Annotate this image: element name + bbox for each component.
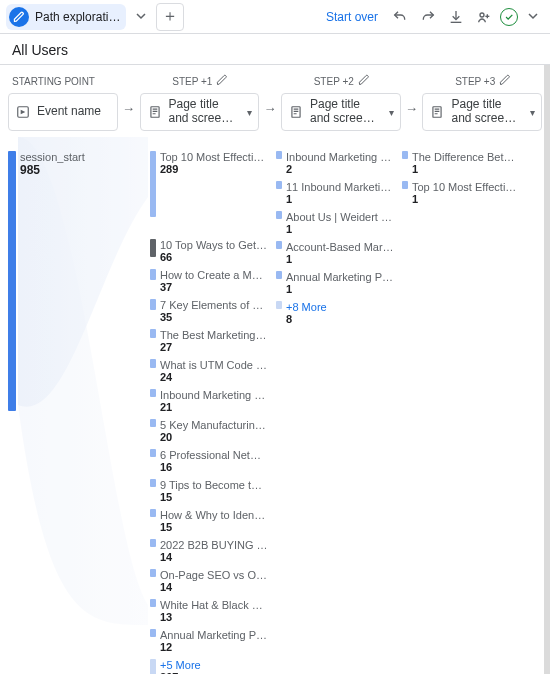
node-value: 367	[160, 671, 201, 674]
chevron-right-icon: →	[122, 101, 135, 116]
scrollbar[interactable]	[544, 65, 550, 674]
pencil-icon[interactable]	[358, 74, 372, 88]
step-1-label-row: STEP +1	[140, 73, 260, 89]
path-node[interactable]: Account-Based Market…1	[276, 241, 396, 265]
path-node[interactable]: Annual Marketing Plan …12	[150, 629, 270, 653]
segment-bar: All Users	[0, 34, 550, 65]
path-node[interactable]: About Us | Weidert Gro…1	[276, 211, 396, 235]
step-1-selector[interactable]: Page title and scree… ▾	[140, 93, 260, 131]
node-value: 66	[160, 251, 268, 263]
path-node[interactable]: 6 Professional Networ…16	[150, 449, 270, 473]
node-bar	[150, 419, 156, 427]
node-bar	[150, 659, 156, 674]
node-bar	[150, 151, 156, 217]
tab-path-exploration[interactable]: Path explorati…	[6, 4, 126, 30]
node-title: 6 Professional Networ…	[160, 449, 268, 461]
path-node[interactable]: 11 Inbound Marketing …1	[276, 181, 396, 205]
node-title: Inbound Marketing for …	[286, 151, 394, 163]
node-title: Top 10 Most Effective …	[412, 181, 520, 193]
node-bar	[276, 211, 282, 219]
start-node[interactable]: session_start 985	[8, 151, 138, 411]
step-3-selector[interactable]: Page title and scree… ▾	[422, 93, 542, 131]
chevron-right-icon: →	[405, 101, 418, 116]
more-node[interactable]: +5 More367	[150, 659, 270, 674]
step-3-label-row: STEP +3	[422, 73, 542, 89]
page-icon	[429, 104, 445, 120]
node-bar	[402, 181, 408, 189]
arrow-col: →	[118, 73, 140, 143]
path-node[interactable]: 7 Key Elements of a Q…35	[150, 299, 270, 323]
start-selector[interactable]: Event name	[8, 93, 118, 131]
node-bar	[150, 389, 156, 397]
event-icon	[15, 104, 31, 120]
undo-icon[interactable]	[388, 5, 412, 29]
node-bar	[276, 181, 282, 189]
node-value: 15	[160, 491, 268, 503]
path-node[interactable]: 10 Top Ways to Get M…66	[150, 239, 270, 263]
tab-dropdown[interactable]	[130, 6, 152, 28]
add-tab-button[interactable]: ＋	[156, 3, 184, 31]
node-bar	[150, 569, 156, 577]
more-node[interactable]: +8 More8	[276, 301, 396, 325]
edit-icon	[9, 7, 29, 27]
step-body: session_start 985 Top 10 Most Effective …	[8, 151, 542, 671]
node-title: 5 Key Manufacturing C…	[160, 419, 268, 431]
page-icon	[288, 104, 304, 120]
path-canvas: STARTING POINT Event name → STEP +1	[0, 65, 550, 674]
path-node[interactable]: What is UTM Code an…24	[150, 359, 270, 383]
path-node[interactable]: 9 Tips to Become the …15	[150, 479, 270, 503]
node-bar	[150, 509, 156, 517]
more-label: +8 More	[286, 301, 327, 313]
status-ok-icon	[500, 8, 518, 26]
node-title: Annual Marketing Plan …	[286, 271, 394, 283]
path-node[interactable]: 5 Key Manufacturing C…20	[150, 419, 270, 443]
path-node[interactable]: On-Page SEO vs Off-P…14	[150, 569, 270, 593]
path-node[interactable]: Annual Marketing Plan …1	[276, 271, 396, 295]
path-node[interactable]: How & Why to Identify …15	[150, 509, 270, 533]
step-1-label: STEP +1	[172, 76, 212, 87]
node-value: 1	[286, 283, 394, 295]
path-node[interactable]: Inbound Marketing for …2	[276, 151, 396, 175]
step-3-col: STEP +3 Page title and scree… ▾	[422, 73, 542, 131]
node-title: How to Create a Mark…	[160, 269, 268, 281]
pencil-icon[interactable]	[216, 74, 230, 88]
node-title: On-Page SEO vs Off-P…	[160, 569, 268, 581]
chevron-right-icon: →	[264, 101, 277, 116]
step-header-row: STARTING POINT Event name → STEP +1	[8, 73, 542, 143]
path-node[interactable]: Top 10 Most Effective …1	[402, 181, 522, 205]
chevron-down-icon: ▾	[389, 107, 394, 118]
step-2-label-row: STEP +2	[281, 73, 401, 89]
node-value: 37	[160, 281, 268, 293]
download-icon[interactable]	[444, 5, 468, 29]
path-node[interactable]: The Best Marketing Bu…27	[150, 329, 270, 353]
path-node[interactable]: How to Create a Mark…37	[150, 269, 270, 293]
pencil-icon[interactable]	[499, 74, 513, 88]
path-node[interactable]: Top 10 Most Effective …289	[150, 151, 270, 217]
node-title: What is UTM Code an…	[160, 359, 268, 371]
node-value: 24	[160, 371, 268, 383]
step-1-col: STEP +1 Page title and scree… ▾	[140, 73, 260, 131]
node-bar	[150, 479, 156, 487]
path-node[interactable]: 2022 B2B BUYING BE…14	[150, 539, 270, 563]
status-dropdown[interactable]	[522, 6, 544, 28]
step-2-selector[interactable]: Page title and scree… ▾	[281, 93, 401, 131]
step-start-col: STARTING POINT Event name	[8, 73, 118, 131]
node-value: 14	[160, 551, 268, 563]
start-over-button[interactable]: Start over	[320, 6, 384, 28]
node-bar	[150, 329, 156, 338]
node-bar	[276, 241, 282, 249]
node-value: 13	[160, 611, 268, 623]
path-node[interactable]: White Hat & Black Hat …13	[150, 599, 270, 623]
share-icon[interactable]	[472, 5, 496, 29]
path-node[interactable]: Inbound Marketing for …21	[150, 389, 270, 413]
node-title: 2022 B2B BUYING BE…	[160, 539, 268, 551]
path-node[interactable]: The Difference Betwee…1	[402, 151, 522, 175]
step-3-label: STEP +3	[455, 76, 495, 87]
step-2-col: STEP +2 Page title and scree… ▾	[281, 73, 401, 131]
node-title: 10 Top Ways to Get M…	[160, 239, 268, 251]
node-value: 289	[160, 163, 268, 175]
node-value: 1	[412, 163, 520, 175]
redo-icon[interactable]	[416, 5, 440, 29]
node-title: Inbound Marketing for …	[160, 389, 268, 401]
arrow-col: →	[401, 73, 423, 143]
